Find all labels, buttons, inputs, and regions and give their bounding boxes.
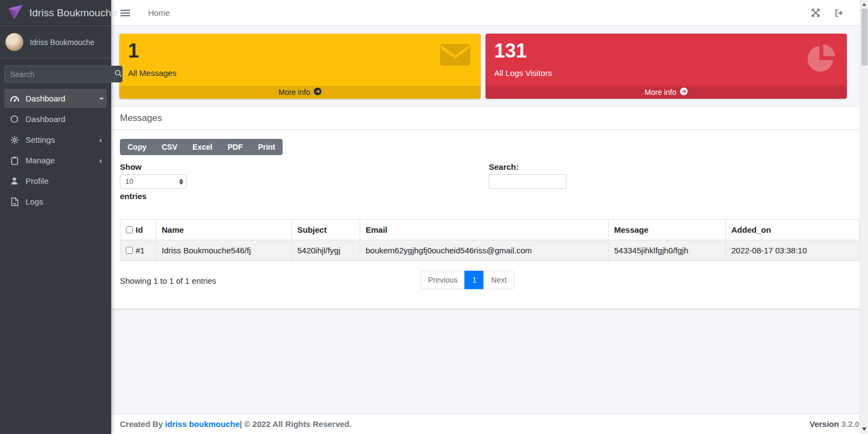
scrollbar-thumb[interactable] <box>861 9 867 66</box>
infobox-inner: 1 All Messages <box>119 34 481 86</box>
header-message[interactable]: Message <box>609 220 726 240</box>
sidebar-item-label: Manage <box>25 156 55 165</box>
show-label: Show <box>120 162 188 171</box>
tachometer-icon <box>9 94 20 103</box>
header-label: Message <box>614 225 648 234</box>
messages-card: Messages Copy CSV Excel PDF Print Show <box>111 107 868 309</box>
envelope-icon <box>439 42 471 69</box>
hamburger-menu-icon[interactable] <box>120 8 130 18</box>
sidebar-item-label: Dashboard <box>25 114 65 124</box>
scroll-up-icon[interactable] <box>862 3 866 6</box>
print-button[interactable]: Print <box>250 139 283 155</box>
cell-id: #1 <box>120 240 156 261</box>
created-by-text: Created By <box>120 419 163 429</box>
sidebar-item-profile[interactable]: Profile <box>4 171 107 190</box>
cell-subject: 5420ihjl/fygj <box>292 240 360 261</box>
brand[interactable]: Idriss Boukmouche <box>0 0 111 26</box>
user-name[interactable]: Idriss Boukmouche <box>30 38 94 47</box>
app-window: Idriss Boukmouche Idriss Boukmouche <box>0 0 868 434</box>
header-label: Subject <box>297 225 327 234</box>
sidebar-item-label: Dashboard <box>25 94 65 103</box>
infobox-all-logs-visitors: 131 All Logs Visitors More info <box>486 34 847 99</box>
table-search-control: Search: <box>489 162 566 189</box>
header-email[interactable]: Email <box>360 220 609 240</box>
header-added-on[interactable]: Added_on <box>726 220 859 240</box>
row-checkbox[interactable] <box>126 247 133 254</box>
more-info-link[interactable]: More info <box>119 86 481 99</box>
fullscreen-icon[interactable] <box>811 8 820 17</box>
sidebar-item-dashboard[interactable]: Dashboard ‹ <box>4 89 107 108</box>
arrow-circle-right-icon <box>680 87 688 97</box>
page-footer: Created Byidriss boukmouche| © 2022 All … <box>111 413 868 434</box>
chevron-down-icon: ‹ <box>97 97 105 100</box>
header-label: Added_on <box>731 225 771 234</box>
version-value: 3.2.0 <box>841 419 859 429</box>
pdf-button[interactable]: PDF <box>220 139 250 155</box>
export-button-group: Copy CSV Excel PDF Print <box>120 139 283 155</box>
author-link[interactable]: idriss boukmouche <box>165 419 240 429</box>
gear-icon <box>9 136 20 144</box>
sidebar-nav: Dashboard ‹ Dashboard Settings ‹ <box>0 85 111 215</box>
main-area: Home <box>111 0 868 434</box>
more-info-label: More info <box>278 88 310 97</box>
sidebar-search-input[interactable] <box>4 66 114 82</box>
infobox-inner: 131 All Logs Visitors <box>486 34 847 86</box>
search-icon <box>114 69 122 79</box>
header-label: Id <box>136 225 143 234</box>
sidebar-item-label: Profile <box>25 176 49 186</box>
pagination-page-1[interactable]: 1 <box>464 271 484 289</box>
header-id[interactable]: Id <box>120 220 156 240</box>
vertical-scrollbar[interactable] <box>860 0 868 434</box>
card-body: Copy CSV Excel PDF Print Show 10 <box>111 130 868 309</box>
avatar[interactable] <box>5 33 23 51</box>
header-label: Email <box>366 225 387 234</box>
arrow-circle-right-icon <box>314 87 322 97</box>
copy-button[interactable]: Copy <box>120 139 154 155</box>
infobox-value: 131 <box>494 40 841 62</box>
sidebar-item-settings[interactable]: Settings ‹ <box>4 130 107 149</box>
excel-button[interactable]: Excel <box>185 139 220 155</box>
footer-credit: Created Byidriss boukmouche| © 2022 All … <box>120 419 354 429</box>
csv-button[interactable]: CSV <box>154 139 185 155</box>
chevron-left-icon: ‹ <box>99 136 102 144</box>
sidebar-item-manage[interactable]: Manage ‹ <box>4 151 107 170</box>
infobox-all-messages: 1 All Messages More info <box>119 34 481 99</box>
page-length-select[interactable]: 10 <box>120 174 187 189</box>
infobox-value: 1 <box>128 40 475 62</box>
more-info-link[interactable]: More info <box>486 86 847 99</box>
header-subject[interactable]: Subject <box>292 220 360 240</box>
more-info-label: More info <box>644 88 676 97</box>
file-icon <box>9 197 20 206</box>
page-length-control: Show 10 entries <box>120 162 188 201</box>
select-all-checkbox[interactable] <box>126 226 133 233</box>
pagination-previous[interactable]: Previous <box>420 271 465 289</box>
table-info: Showing 1 to 1 of 1 entries <box>120 276 216 285</box>
cell-message: 543345jihklfgjh0/fgjh <box>609 240 726 261</box>
sidebar-item-logs[interactable]: Logs <box>4 192 107 211</box>
user-icon <box>9 177 20 185</box>
logout-icon[interactable] <box>834 9 844 17</box>
table-footer-controls: Showing 1 to 1 of 1 entries Previous 1 N… <box>120 271 859 292</box>
navbar-right <box>811 8 859 17</box>
pagination-next[interactable]: Next <box>483 271 514 289</box>
header-name[interactable]: Name <box>156 220 292 240</box>
sidebar-item-dashboard-child[interactable]: Dashboard <box>4 110 107 129</box>
scroll-down-icon[interactable] <box>862 427 866 431</box>
entries-label: entries <box>120 192 188 201</box>
chevron-left-icon: ‹ <box>99 156 102 164</box>
infobox-label: All Messages <box>128 68 475 78</box>
top-navbar: Home <box>111 0 868 26</box>
version-label: Version <box>809 419 839 429</box>
content: 1 All Messages More info <box>111 26 868 413</box>
pagination: Previous 1 Next <box>420 271 514 289</box>
cell-value: #1 <box>136 246 145 255</box>
cell-email: boukem62ygjhgfj0oucheid546riss@gmail.com <box>360 240 609 261</box>
table-search-input[interactable] <box>489 174 566 189</box>
cell-name: Idriss Boukmouche546/fj <box>156 240 292 261</box>
table-row: #1 Idriss Boukmouche546/fj 5420ihjl/fygj… <box>120 240 859 261</box>
infobox-label: All Logs Visitors <box>494 68 841 78</box>
nav-home-link[interactable]: Home <box>148 8 170 17</box>
table-search-label: Search: <box>489 162 566 171</box>
brand-title: Idriss Boukmouche <box>29 7 117 19</box>
sidebar-search-button[interactable] <box>114 66 123 82</box>
